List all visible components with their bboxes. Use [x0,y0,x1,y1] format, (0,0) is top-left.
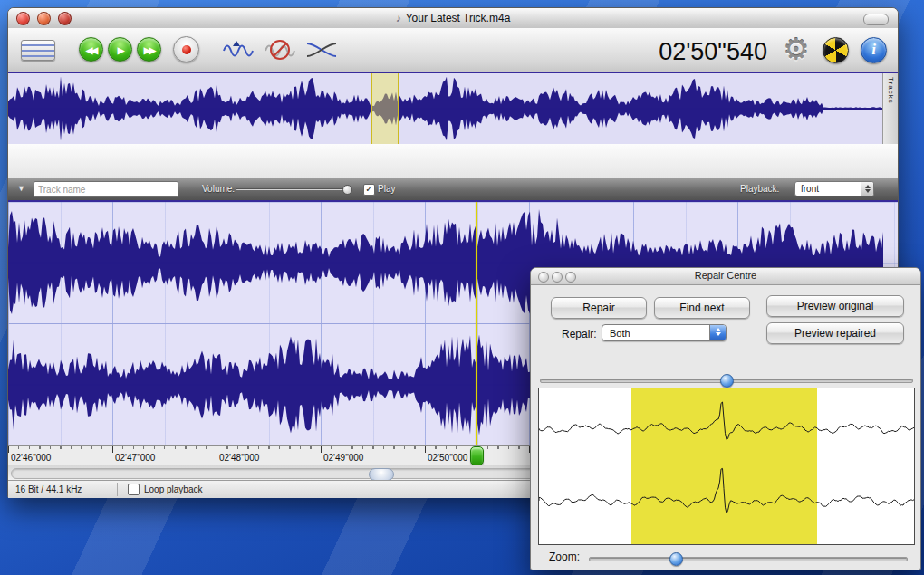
format-info: 16 Bit / 44.1 kHz [15,484,82,494]
playhead-cursor[interactable] [476,202,477,446]
preview-repaired-button[interactable]: Preview repaired [766,322,904,344]
position-slider[interactable] [540,379,913,383]
radioactive-icon[interactable] [823,37,849,63]
stepper-icon [861,182,873,196]
gear-icon[interactable]: ⚙ [783,32,810,67]
play-label: Play [378,184,395,194]
repair-mode-label: Repair: [562,328,597,340]
window-title: Your Latest Trick.m4a [406,12,511,24]
volume-label: Volume: [202,184,235,194]
find-next-button[interactable]: Find next [654,297,750,319]
zoom-label: Zoom: [549,551,580,563]
playhead-marker[interactable] [470,446,484,465]
crossfade-tool-icon[interactable] [305,38,338,62]
record-dot-icon [182,45,191,54]
time-label: 02'49"000 [323,453,363,463]
time-label: 02'48"000 [219,453,259,463]
volume-slider[interactable] [236,188,351,190]
time-label: 02'46"000 [11,453,51,463]
play-checkbox[interactable]: ✓ [363,184,375,196]
major-tick [425,446,426,453]
repair-click-tool-icon[interactable] [222,38,255,62]
time-display: 02'50"540 [615,38,767,66]
volume-knob[interactable] [342,185,352,195]
disclosure-triangle-icon[interactable]: ▼ [17,184,25,193]
rewind-button[interactable]: ◀◀ [79,37,103,62]
device-panel-icon[interactable] [21,40,55,61]
time-label: 02'47"000 [115,453,155,463]
playback-select[interactable]: front [794,181,874,196]
info-icon[interactable]: i [861,37,887,63]
overview-waveform-strip[interactable]: Tracks [8,72,898,147]
titlebar[interactable]: ♪ Your Latest Trick.m4a [8,8,898,29]
track-header-bar: ▼ Volume: ✓ Play Playback: front [8,178,898,201]
overview-waveform-graphic [8,74,883,143]
repair-waveform-view[interactable] [538,388,915,545]
repair-waveform-graphic [539,388,914,544]
tracks-label: Tracks [887,77,895,104]
repair-mode-select[interactable]: Both [602,324,727,341]
audio-document-icon: ♪ [396,13,401,24]
major-tick [8,446,9,453]
major-tick [321,446,322,453]
record-button[interactable] [173,36,199,62]
playback-value: front [801,184,819,194]
desktop: ♪ Your Latest Trick.m4a ◀◀ ▶ ▶▶ 02'50"54… [0,0,924,575]
toolbar: ◀◀ ▶ ▶▶ 02'50"540 ⚙ i [8,28,898,72]
repair-button[interactable]: Repair [551,297,647,319]
fast-forward-button[interactable]: ▶▶ [137,37,161,62]
overview-selection-highlight[interactable] [371,73,399,146]
remove-click-tool-disabled-icon[interactable] [264,38,296,62]
repair-titlebar[interactable]: Repair Centre [531,268,920,285]
repair-mode-value: Both [610,328,630,339]
scrollbar-thumb[interactable] [369,468,394,481]
zoom-slider-knob[interactable] [669,552,683,566]
title-wrap: ♪ Your Latest Trick.m4a [8,8,898,28]
stepper-icon [709,325,726,340]
playback-label: Playback: [740,184,779,194]
loop-playback-checkbox[interactable] [128,484,140,495]
status-divider [117,483,118,496]
preview-original-button[interactable]: Preview original [766,295,904,317]
tracklist-separator [8,144,898,179]
repair-centre-window: Repair Centre Repair Find next Preview o… [530,267,921,570]
major-tick [112,446,113,453]
loop-playback-label: Loop playback [144,484,203,494]
tracks-tab[interactable]: Tracks [882,73,898,146]
major-tick [217,446,217,453]
toolbar-toggle-button[interactable] [863,14,889,25]
zoom-slider[interactable] [589,557,908,561]
time-label: 02'50"000 [428,453,467,463]
position-slider-knob[interactable] [720,374,734,388]
repair-window-title: Repair Centre [531,270,920,281]
track-name-input[interactable] [34,181,178,197]
play-button[interactable]: ▶ [108,37,132,62]
